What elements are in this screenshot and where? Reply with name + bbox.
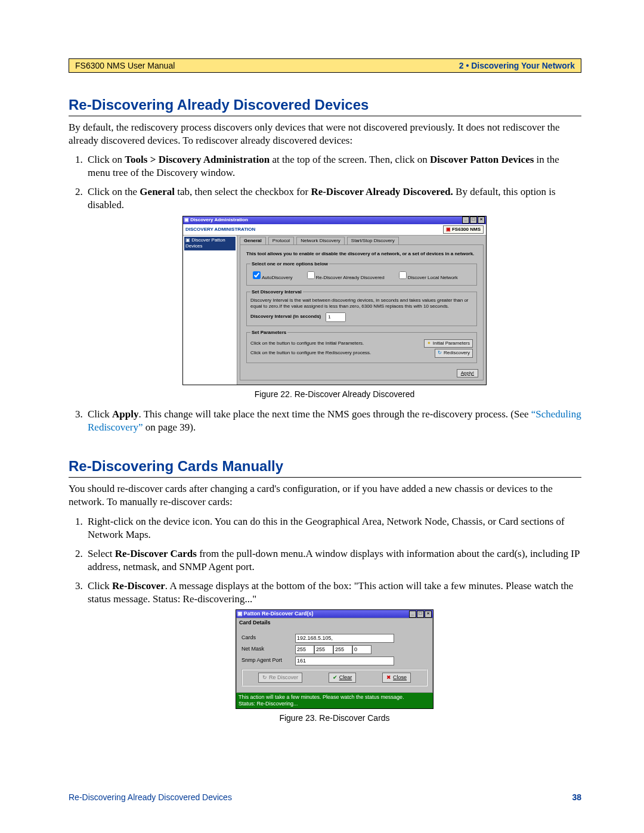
header-chapter-title: 2 • Discovering Your Network bbox=[459, 61, 575, 70]
snmp-port-input[interactable] bbox=[295, 657, 394, 665]
figure-22-caption: Figure 22. Re-Discover Already Discovere… bbox=[88, 389, 581, 400]
section2-step2: Select Re-Discover Cards from the pull-d… bbox=[85, 547, 581, 574]
netmask-octet-4[interactable] bbox=[352, 645, 371, 654]
section1-step3: Click Apply. This change will take place… bbox=[85, 408, 581, 434]
fig23-status-bar: This action will take a few minutes. Ple… bbox=[236, 693, 433, 708]
minimize-icon[interactable]: _ bbox=[462, 216, 469, 224]
rediscovery-button[interactable]: ↻Rediscovery bbox=[435, 349, 473, 357]
figure-22-window: ▣ Discovery Administration _□× DISCOVERY… bbox=[182, 216, 487, 385]
page-header: FS6300 NMS User Manual 2 • Discovering Y… bbox=[69, 58, 581, 73]
tab-start-stop[interactable]: Start/Stop Discovery bbox=[347, 237, 399, 244]
refresh-icon: ↻ bbox=[262, 674, 267, 682]
section-rule bbox=[69, 116, 581, 116]
maximize-icon[interactable]: □ bbox=[417, 611, 424, 618]
interval-label: Discovery Interval (in seconds) bbox=[250, 314, 321, 320]
fig23-titlebar: ▣ Patton Re-Discover Card(s) _□× bbox=[236, 610, 433, 618]
netmask-octet-1[interactable] bbox=[295, 645, 314, 654]
close-icon[interactable]: × bbox=[478, 216, 485, 224]
section2-step1: Right-click on the device icon. You can … bbox=[85, 515, 581, 541]
fig22-select-options: Select one or more options below AutoDis… bbox=[246, 261, 477, 286]
section1-steps: Click on Tools > Discovery Administratio… bbox=[69, 153, 581, 434]
tab-network-discovery[interactable]: Network Discovery bbox=[296, 237, 345, 244]
app-icon: ▣ bbox=[237, 611, 242, 618]
checkbox-rediscover-already[interactable]: Re-Discover Already Discovered bbox=[305, 270, 385, 281]
section2-intro: You should re-discover cards after chang… bbox=[69, 482, 581, 509]
figure-23-window: ▣ Patton Re-Discover Card(s) _□× Card De… bbox=[236, 609, 434, 709]
maximize-icon[interactable]: □ bbox=[470, 216, 477, 224]
gear-icon: ✦ bbox=[427, 340, 432, 346]
tab-protocol[interactable]: Protocol bbox=[268, 237, 294, 244]
section1-step2: Click on the General tab, then select th… bbox=[85, 185, 581, 400]
section1-intro: By default, the rediscovery process disc… bbox=[69, 121, 581, 147]
app-icon: ▣ bbox=[184, 217, 189, 223]
fig22-discovery-interval: Set Discovery Interval Discovery Interva… bbox=[246, 289, 477, 326]
tree-node-discover-patton[interactable]: ▣ Discover Patton Devices bbox=[184, 237, 236, 250]
fig22-titlebar: ▣ Discovery Administration _□× bbox=[183, 216, 486, 224]
minimize-icon[interactable]: _ bbox=[409, 611, 416, 618]
refresh-icon: ↻ bbox=[438, 350, 442, 356]
tab-general[interactable]: General bbox=[240, 237, 266, 244]
section-title-rediscover-devices: Re-Discovering Already Discovered Device… bbox=[69, 97, 581, 113]
netmask-octet-3[interactable] bbox=[333, 645, 352, 654]
cards-label: Cards bbox=[242, 634, 295, 642]
close-button[interactable]: ✖Close bbox=[382, 673, 411, 683]
netmask-label: Net Mask bbox=[242, 646, 295, 653]
section-rule-2 bbox=[69, 477, 581, 478]
netmask-octet-2[interactable] bbox=[314, 645, 333, 654]
initial-parameters-button[interactable]: ✦Initial Parameters bbox=[424, 339, 473, 348]
footer-section-name: Re-Discovering Already Discovered Device… bbox=[69, 792, 232, 802]
section-title-rediscover-cards: Re-Discovering Cards Manually bbox=[69, 458, 581, 475]
fig22-description: This tool allows you to enable or disabl… bbox=[246, 251, 477, 257]
section2-step3: Click Re-Discover. A message displays at… bbox=[85, 580, 581, 723]
header-manual-title: FS6300 NMS User Manual bbox=[75, 61, 175, 70]
checkbox-discover-local[interactable]: Discover Local Network bbox=[397, 270, 458, 281]
clear-button[interactable]: ✔Clear bbox=[329, 673, 357, 683]
fig22-admin-header: DISCOVERY ADMINISTRATION bbox=[185, 227, 255, 233]
rediscover-button[interactable]: ↻Re Discover bbox=[258, 673, 302, 683]
cards-input[interactable] bbox=[295, 634, 394, 643]
fig22-tree: ▣ Discover Patton Devices bbox=[183, 236, 237, 385]
snmp-port-label: Snmp Agent Port bbox=[242, 657, 295, 664]
page-footer: Re-Discovering Already Discovered Device… bbox=[69, 792, 581, 802]
section1-step1: Click on Tools > Discovery Administratio… bbox=[85, 153, 581, 179]
fig22-logo: ▣ FS6300 NMS bbox=[443, 225, 484, 234]
tree-icon: ▣ bbox=[185, 237, 190, 243]
close-icon[interactable]: × bbox=[425, 611, 432, 618]
section2-steps: Right-click on the device icon. You can … bbox=[69, 515, 581, 724]
fig22-set-parameters: Set Parameters Click on the button to co… bbox=[246, 330, 477, 363]
apply-button[interactable]: Apply! bbox=[457, 369, 478, 377]
checkbox-autodiscovery[interactable]: AutoDiscovery bbox=[250, 270, 293, 281]
check-icon: ✔ bbox=[333, 674, 338, 682]
figure-23-caption: Figure 23. Re-Discover Cards bbox=[88, 713, 581, 723]
fig23-card-details-label: Card Details bbox=[236, 618, 433, 628]
x-icon: ✖ bbox=[386, 674, 391, 682]
interval-input[interactable] bbox=[326, 312, 346, 322]
footer-page-number: 38 bbox=[572, 792, 581, 802]
